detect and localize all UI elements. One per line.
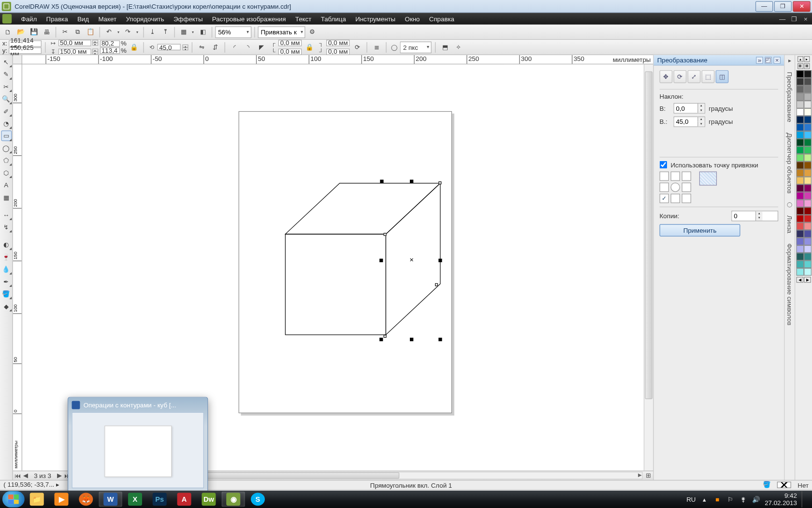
tray-show-hidden-icon[interactable]: ▴: [700, 495, 709, 503]
cube-object[interactable]: [274, 179, 449, 348]
color-swatch[interactable]: [796, 268, 804, 276]
transparency-tool[interactable]: 🍷: [1, 252, 12, 262]
color-swatch[interactable]: [796, 230, 804, 238]
color-swatch[interactable]: [796, 131, 804, 139]
polygon-tool[interactable]: ⬠: [1, 155, 12, 166]
text-tool[interactable]: A: [1, 179, 12, 190]
redo-dropdown[interactable]: ▾: [135, 26, 140, 38]
save-button[interactable]: 💾: [28, 26, 40, 38]
color-swatch[interactable]: [804, 215, 812, 223]
selection-handle[interactable]: [438, 259, 442, 262]
docker-tab-charformat[interactable]: Форматирование символов: [786, 241, 793, 328]
tray-lang[interactable]: RU: [686, 496, 696, 503]
color-swatch[interactable]: [796, 123, 804, 131]
color-swatch[interactable]: [804, 162, 812, 169]
cut-button[interactable]: ✂: [59, 26, 71, 38]
node-handle[interactable]: [384, 335, 387, 338]
pick-tool[interactable]: ↖: [1, 57, 12, 67]
color-swatch[interactable]: [804, 93, 812, 101]
color-swatch[interactable]: [796, 93, 804, 101]
palette-nofill-right[interactable]: ⊠: [804, 63, 810, 69]
color-swatch[interactable]: [796, 260, 804, 268]
palette-scroll-right[interactable]: ▶: [804, 277, 811, 283]
selection-handle[interactable]: [379, 259, 383, 262]
docker-tab-objectmgr[interactable]: Диспетчер объектов: [786, 131, 793, 196]
color-swatch[interactable]: [804, 230, 812, 238]
color-swatch[interactable]: [804, 245, 812, 253]
color-swatch[interactable]: [796, 108, 804, 116]
taskbar-mediaplayer[interactable]: ▶: [50, 492, 73, 507]
color-swatch[interactable]: [796, 253, 804, 261]
transform-scale-tab[interactable]: ⤢: [688, 70, 701, 83]
ellipse-tool[interactable]: ◯: [1, 143, 12, 153]
node-handle[interactable]: [384, 233, 387, 236]
close-button[interactable]: ✕: [793, 1, 810, 12]
app-launcher-dropdown[interactable]: ▾: [190, 26, 196, 38]
color-swatch[interactable]: [796, 146, 804, 154]
import-button[interactable]: ⤓: [147, 26, 159, 38]
docker-collapse-button[interactable]: »: [756, 57, 763, 64]
menu-arrange[interactable]: Упорядочить: [121, 14, 169, 23]
color-swatch[interactable]: [796, 139, 804, 147]
corner-round-button[interactable]: ◜: [229, 41, 240, 53]
height-spinner[interactable]: ▴▾: [92, 48, 98, 54]
color-swatch[interactable]: [796, 70, 804, 78]
color-swatch[interactable]: [804, 154, 812, 162]
color-swatch[interactable]: [796, 223, 804, 230]
menu-effects[interactable]: Эффекты: [169, 14, 207, 23]
outline-width-combo[interactable]: 2 пкс: [400, 41, 432, 53]
color-swatch[interactable]: [796, 162, 804, 169]
table-tool[interactable]: ▦: [1, 192, 12, 203]
fill-indicator-icon[interactable]: 🪣: [763, 481, 771, 489]
redo-button[interactable]: ↷: [122, 26, 134, 38]
lock-ratio-button[interactable]: 🔒: [128, 41, 140, 53]
paste-button[interactable]: 📋: [85, 26, 96, 38]
color-swatch[interactable]: [796, 192, 804, 200]
menu-tools[interactable]: Инструменты: [351, 14, 400, 23]
undo-button[interactable]: ↶: [103, 26, 115, 38]
interactive-fill-tool[interactable]: ◆: [1, 301, 12, 312]
color-swatch[interactable]: [804, 123, 812, 131]
taskbar-explorer[interactable]: 📁: [25, 492, 48, 507]
doc-restore-button[interactable]: ❐: [790, 15, 798, 23]
color-swatch[interactable]: [796, 200, 804, 208]
color-swatch[interactable]: [796, 154, 804, 162]
dimension-tool[interactable]: ↔: [1, 209, 12, 220]
palette-scroll-left[interactable]: ◀: [797, 277, 804, 283]
menu-edit[interactable]: Правка: [42, 14, 72, 23]
undo-dropdown[interactable]: ▾: [116, 26, 121, 38]
color-swatch[interactable]: [804, 184, 812, 192]
taskbar-dreamweaver[interactable]: Dw: [197, 492, 220, 507]
fill-swatch[interactable]: [777, 482, 791, 488]
skew-v-input[interactable]: ▴▾: [674, 117, 705, 127]
node-handle[interactable]: [435, 283, 438, 286]
vertical-ruler[interactable]: миллиметры 300250200150100500: [13, 64, 22, 471]
color-swatch[interactable]: [796, 207, 804, 215]
maximize-button[interactable]: ❐: [774, 1, 792, 12]
color-swatch[interactable]: [804, 78, 812, 86]
outline-tool[interactable]: ✒: [1, 276, 12, 287]
app-icon[interactable]: [2, 14, 12, 23]
crop-tool[interactable]: ✂: [1, 81, 12, 92]
copy-button[interactable]: ⧉: [72, 26, 84, 38]
shape-tool[interactable]: ✎: [1, 69, 12, 80]
color-swatch[interactable]: [796, 101, 804, 108]
tray-volume-icon[interactable]: 🔊: [752, 495, 760, 503]
page-first-button[interactable]: ⏮: [14, 472, 21, 479]
skew-h-input[interactable]: ▴▾: [674, 103, 705, 114]
selection-handle[interactable]: [410, 338, 413, 341]
convert-curves-button[interactable]: ✧: [453, 41, 464, 53]
smartfill-tool[interactable]: ◔: [1, 118, 12, 129]
selection-center[interactable]: ✕: [409, 257, 414, 263]
color-swatch[interactable]: [804, 177, 812, 184]
taskbar-excel[interactable]: X: [123, 492, 146, 507]
color-swatch[interactable]: [804, 207, 812, 215]
vertical-scrollbar[interactable]: [644, 64, 653, 471]
color-swatch[interactable]: [804, 116, 812, 124]
menu-view[interactable]: Вид: [72, 14, 93, 23]
docker-undock-button[interactable]: ◰: [765, 57, 772, 64]
color-swatch[interactable]: [804, 260, 812, 268]
mirror-h-button[interactable]: ⇋: [196, 41, 208, 53]
color-swatch[interactable]: [804, 238, 812, 245]
palette-up-button[interactable]: ▴: [798, 56, 803, 62]
